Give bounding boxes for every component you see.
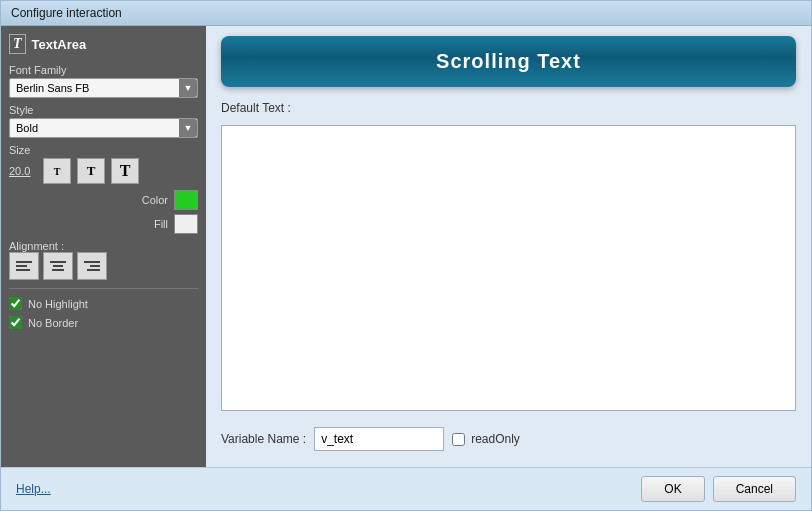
fill-swatch[interactable]	[174, 214, 198, 234]
default-text-area[interactable]	[221, 125, 796, 411]
fill-row: Fill	[9, 214, 198, 234]
style-arrow-icon: ▼	[179, 119, 197, 137]
readonly-row: readOnly	[452, 432, 520, 446]
cancel-button[interactable]: Cancel	[713, 476, 796, 502]
no-border-checkbox-row[interactable]: No Border	[9, 316, 198, 329]
color-label: Color	[142, 194, 168, 206]
align-left-button[interactable]	[9, 252, 39, 280]
textarea-icon: T	[9, 34, 26, 54]
size-section: Size 20.0 T T T	[9, 144, 198, 184]
color-swatch[interactable]	[174, 190, 198, 210]
configure-interaction-window: Configure interaction T TextArea Font Fa…	[0, 0, 812, 511]
divider	[9, 288, 198, 289]
scrolling-text-title: Scrolling Text	[436, 50, 581, 72]
color-section: Color Fill	[9, 190, 198, 234]
readonly-label: readOnly	[471, 432, 520, 446]
scrolling-text-header: Scrolling Text	[221, 36, 796, 87]
color-row: Color	[9, 190, 198, 210]
variable-name-label: Variable Name :	[221, 432, 306, 446]
no-highlight-checkbox-row[interactable]: No Highlight	[9, 297, 198, 310]
font-family-dropdown[interactable]: Berlin Sans FB ▼	[9, 78, 198, 98]
left-panel: T TextArea Font Family Berlin Sans FB ▼ …	[1, 26, 206, 467]
variable-name-row: Variable Name : readOnly	[221, 421, 796, 457]
alignment-label: Alignment :	[9, 240, 198, 252]
bottom-bar: Help... OK Cancel	[1, 467, 811, 510]
default-text-input[interactable]	[222, 126, 795, 410]
style-value: Bold	[16, 122, 38, 134]
bottom-buttons: OK Cancel	[641, 476, 796, 502]
style-section: Style Bold ▼	[9, 104, 198, 138]
text-size-medium-button[interactable]: T	[77, 158, 105, 184]
no-border-label: No Border	[28, 317, 78, 329]
help-link[interactable]: Help...	[16, 482, 51, 496]
ok-button[interactable]: OK	[641, 476, 704, 502]
alignment-row	[9, 252, 198, 280]
no-border-checkbox[interactable]	[9, 316, 22, 329]
title-bar: Configure interaction	[1, 1, 811, 26]
font-family-label: Font Family	[9, 64, 198, 76]
text-size-large-button[interactable]: T	[111, 158, 139, 184]
panel-title: T TextArea	[9, 34, 198, 54]
style-label: Style	[9, 104, 198, 116]
no-highlight-checkbox[interactable]	[9, 297, 22, 310]
fill-label: Fill	[154, 218, 168, 230]
default-text-label: Default Text :	[221, 101, 796, 115]
alignment-section: Alignment :	[9, 240, 198, 280]
right-panel: Scrolling Text Default Text : Variable N…	[206, 26, 811, 467]
font-family-value: Berlin Sans FB	[16, 82, 89, 94]
panel-title-label: TextArea	[32, 37, 87, 52]
font-family-arrow-icon: ▼	[179, 79, 197, 97]
align-center-button[interactable]	[43, 252, 73, 280]
text-size-small-button[interactable]: T	[43, 158, 71, 184]
size-value[interactable]: 20.0	[9, 165, 37, 177]
no-highlight-label: No Highlight	[28, 298, 88, 310]
size-row: 20.0 T T T	[9, 158, 198, 184]
font-family-section: Font Family Berlin Sans FB ▼	[9, 64, 198, 98]
content-area: T TextArea Font Family Berlin Sans FB ▼ …	[1, 26, 811, 467]
style-dropdown[interactable]: Bold ▼	[9, 118, 198, 138]
readonly-checkbox[interactable]	[452, 433, 465, 446]
size-label: Size	[9, 144, 198, 156]
variable-name-input[interactable]	[314, 427, 444, 451]
align-right-button[interactable]	[77, 252, 107, 280]
window-title: Configure interaction	[11, 6, 122, 20]
